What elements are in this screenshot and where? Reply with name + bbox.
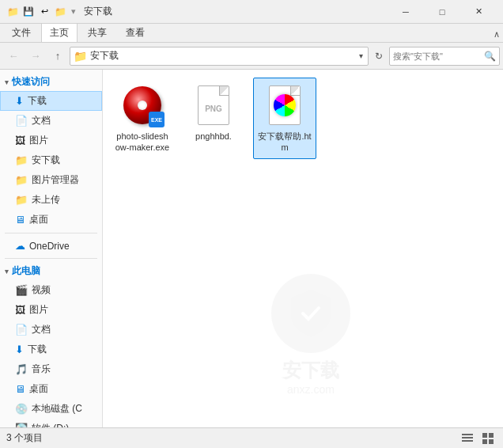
forward-button[interactable]: → [25,46,46,66]
sidebar-item-documents[interactable]: 📄 文档 [0,111,102,131]
sidebar-item-dl[interactable]: ⬇ 下载 [0,340,102,359]
thispc-header[interactable]: ▾ 此电脑 [0,262,102,280]
ribbon-tabs: 文件 主页 共享 查看 ∧ [0,24,503,43]
quick-access-label: 快速访问 [12,75,50,89]
png-label: PNG [205,104,222,113]
back-button[interactable]: ← [3,46,24,66]
software-icon: 💽 [15,423,28,427]
address-breadcrumb: 安下载 [90,49,354,63]
tab-file[interactable]: 文件 [3,23,40,42]
title-bar-app-icon: 📁 [6,6,19,18]
png-page: PNG [198,85,229,125]
search-input[interactable] [393,51,482,61]
png-icon-wrap: PNG [193,85,234,126]
tab-share[interactable]: 共享 [79,23,115,42]
shield-watermark-icon [283,286,338,341]
sidebar-item-pictures-label: 图片 [29,134,48,147]
svg-rect-1 [462,437,473,439]
ribbon-expand-icon[interactable]: ∧ [494,29,500,40]
htm-file-name: 安下载帮助.htm [257,131,312,154]
search-box[interactable]: 🔍 [389,47,500,66]
forward-icon: → [31,50,41,62]
watermark-url: anxz.com [287,383,335,396]
png-file-icon: PNG [191,83,236,127]
video-icon: 🎬 [15,284,28,296]
title-bar-controls: ─ □ ✕ [388,0,497,24]
sidebar-item-onedrive[interactable]: ☁ OneDrive [0,237,102,255]
exe-icon-wrap: EXE [122,85,163,126]
watermark-text: 安下载 [282,358,339,383]
quick-access-header[interactable]: ▾ 快速访问 [0,73,102,91]
sidebar-item-localdisk[interactable]: 💿 本地磁盘 (C [0,399,102,419]
sidebar-item-photo[interactable]: 🖼 图片 [0,300,102,320]
sidebar-item-software[interactable]: 💽 软件 (D:) [0,419,102,427]
onedrive-section: ☁ OneDrive [0,237,102,255]
tab-view[interactable]: 查看 [117,23,153,42]
sidebar-item-video-label: 视频 [32,283,51,297]
unuploaded-icon: 📁 [15,194,28,206]
picmanager-icon: 📁 [15,174,28,186]
close-button[interactable]: ✕ [460,0,497,24]
pictures-icon: 🖼 [15,135,25,146]
sidebar-divider-2 [5,258,97,259]
list-view-icon [462,433,473,444]
quick-access-expand-icon: ▾ [5,78,9,86]
svg-rect-3 [482,433,487,438]
sidebar-item-photo-label: 图片 [29,303,48,317]
title-bar: 📁 💾 ↩ 📁 ▾ 安下载 ─ □ ✕ [0,0,503,24]
svg-rect-6 [489,439,494,444]
sidebar-item-desktop[interactable]: 🖥 桌面 [0,210,102,230]
view-grid-button[interactable] [479,430,497,447]
grid-view-icon [482,433,494,444]
exe-disc-inner [138,101,147,110]
sidebar-item-anxz-label: 安下载 [32,154,60,167]
sidebar-item-picmanager[interactable]: 📁 图片管理器 [0,170,102,190]
quick-access-section: ▾ 快速访问 ⬇ 下载 📄 文档 🖼 图片 📁 安下载 📁 图片管理器 [0,73,102,230]
desktop-icon: 🖥 [15,214,25,226]
title-bar-folder-icon[interactable]: 📁 [54,6,66,18]
exe-file-icon: EXE [120,83,165,127]
thispc-label: 此电脑 [12,264,40,278]
file-item-htm[interactable]: 安下载帮助.htm [253,78,316,159]
sidebar-item-desktop-label: 桌面 [29,213,48,226]
address-bar[interactable]: 📁 安下载 ▾ [70,47,369,66]
tab-home[interactable]: 主页 [41,23,78,42]
svg-rect-2 [462,440,473,442]
desktop2-icon: 🖥 [15,383,25,395]
sidebar-item-unuploaded-label: 未上传 [32,193,60,207]
address-dropdown-icon[interactable]: ▾ [357,51,365,60]
localdisk-icon: 💿 [15,403,28,415]
address-folder-icon: 📁 [74,50,87,63]
title-bar-save-icon[interactable]: 💾 [22,6,35,18]
sidebar-item-onedrive-label: OneDrive [29,241,70,252]
sidebar-item-video[interactable]: 🎬 视频 [0,280,102,300]
sidebar-item-pictures[interactable]: 🖼 图片 [0,131,102,150]
htm-icon-wrap [264,85,305,126]
refresh-button[interactable]: ↻ [370,47,388,65]
sidebar-item-unuploaded[interactable]: 📁 未上传 [0,190,102,210]
minimize-button[interactable]: ─ [388,0,424,24]
sidebar-item-desktop2[interactable]: 🖥 桌面 [0,379,102,399]
sidebar-item-anxz[interactable]: 📁 安下载 [0,150,102,170]
sidebar-item-localdisk-label: 本地磁盘 (C [32,402,82,416]
sidebar-item-music[interactable]: 🎵 音乐 [0,359,102,379]
download-icon: ⬇ [15,95,24,107]
refresh-icon: ↻ [375,51,383,62]
file-item-png[interactable]: PNG pnghhbd. [182,78,245,159]
exe-file-name: photo-slideshow-maker.exe [115,131,170,154]
search-icon: 🔍 [484,51,496,62]
maximize-button[interactable]: □ [424,0,460,24]
up-button[interactable]: ↑ [47,46,68,66]
doc-icon: 📄 [15,324,28,336]
title-bar-icons: 📁 💾 ↩ 📁 ▾ [6,6,78,18]
file-item-exe[interactable]: EXE photo-slideshow-maker.exe [111,78,174,159]
sidebar-item-download[interactable]: ⬇ 下载 [0,91,102,111]
title-bar-undo-icon[interactable]: ↩ [38,6,51,18]
exe-badge: EXE [149,112,165,127]
file-grid: EXE photo-slideshow-maker.exe PNG pnghhb… [111,78,495,159]
view-list-button[interactable] [459,430,476,447]
onedrive-icon: ☁ [15,240,25,252]
up-icon: ↑ [55,50,61,62]
sidebar-item-desktop2-label: 桌面 [29,382,48,396]
sidebar-item-doc[interactable]: 📄 文档 [0,320,102,340]
